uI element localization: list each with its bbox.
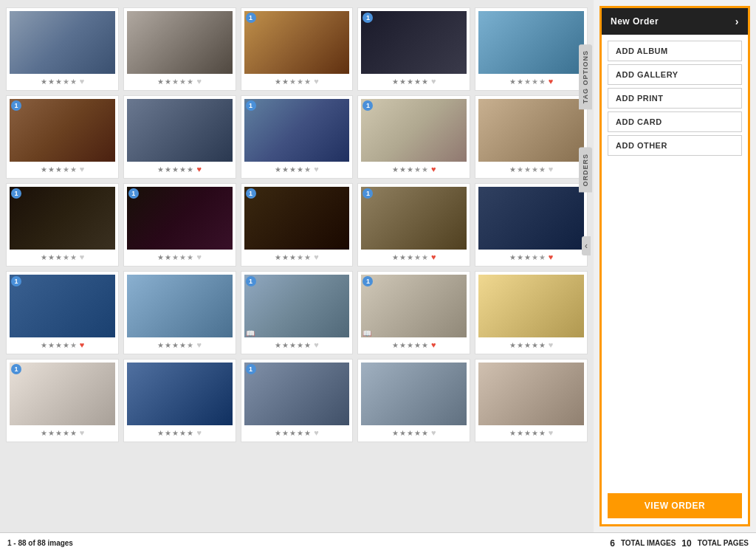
orders-tab[interactable]: ORDERS [579, 148, 592, 193]
star-icon[interactable]: ★ [289, 165, 296, 174]
star-icon[interactable]: ★ [187, 429, 193, 437]
star-icon[interactable]: ★ [532, 253, 538, 261]
photo-card[interactable]: 1📖★★★★★♥ [357, 271, 470, 354]
star-icon[interactable]: ★ [41, 253, 47, 261]
star-icon[interactable]: ★ [165, 253, 171, 261]
star-icon[interactable]: ★ [539, 165, 546, 174]
star-icon[interactable]: ★ [172, 78, 179, 86]
star-icon[interactable]: ★ [407, 429, 413, 437]
star-icon[interactable]: ★ [63, 429, 69, 437]
star-icon[interactable]: ★ [399, 429, 406, 437]
star-icon[interactable]: ★ [63, 78, 69, 86]
star-icon[interactable]: ★ [275, 341, 281, 349]
star-icon[interactable]: ★ [392, 253, 399, 261]
star-icon[interactable]: ★ [414, 165, 421, 174]
heart-icon[interactable]: ♥ [431, 428, 436, 437]
photo-card[interactable]: ★★★★★♥ [357, 359, 470, 442]
star-icon[interactable]: ★ [532, 429, 538, 437]
star-icon[interactable]: ★ [422, 165, 428, 174]
heart-icon[interactable]: ♥ [80, 165, 85, 174]
star-icon[interactable]: ★ [304, 78, 311, 86]
star-icon[interactable]: ★ [407, 341, 413, 349]
heart-icon[interactable]: ♥ [80, 253, 85, 261]
photo-card[interactable]: 1★★★★★♥ [241, 95, 354, 179]
heart-icon[interactable]: ♥ [314, 340, 319, 349]
heart-icon[interactable]: ♥ [196, 253, 202, 261]
star-icon[interactable]: ★ [289, 253, 296, 261]
star-icon[interactable]: ★ [48, 165, 55, 174]
star-icon[interactable]: ★ [172, 341, 179, 349]
heart-icon[interactable]: ♥ [196, 165, 202, 174]
heart-icon[interactable]: ♥ [196, 340, 202, 349]
add-print-button[interactable]: ADD PRINT [608, 88, 742, 109]
star-icon[interactable]: ★ [297, 341, 303, 349]
star-icon[interactable]: ★ [517, 341, 523, 349]
star-icon[interactable]: ★ [407, 78, 413, 86]
star-icon[interactable]: ★ [289, 429, 296, 437]
photo-card[interactable]: ★★★★★♥ [123, 7, 236, 91]
new-order-button[interactable]: New Order › [602, 8, 748, 35]
heart-icon[interactable]: ♥ [314, 165, 319, 174]
star-icon[interactable]: ★ [55, 429, 62, 437]
photo-grid-area[interactable]: ★★★★★♥★★★★★♥1★★★★★♥1★★★★★♥★★★★★♥1★★★★★♥★… [0, 0, 594, 532]
star-icon[interactable]: ★ [414, 253, 421, 261]
add-other-button[interactable]: ADD OTHER [608, 135, 742, 156]
star-icon[interactable]: ★ [172, 429, 179, 437]
star-icon[interactable]: ★ [282, 78, 289, 86]
star-icon[interactable]: ★ [524, 341, 531, 349]
star-icon[interactable]: ★ [282, 429, 289, 437]
star-icon[interactable]: ★ [63, 165, 69, 174]
star-icon[interactable]: ★ [304, 341, 311, 349]
star-icon[interactable]: ★ [41, 78, 47, 86]
heart-icon[interactable]: ♥ [80, 340, 85, 349]
star-icon[interactable]: ★ [304, 165, 311, 174]
star-icon[interactable]: ★ [524, 78, 531, 86]
star-icon[interactable]: ★ [392, 429, 399, 437]
star-icon[interactable]: ★ [70, 78, 77, 86]
heart-icon[interactable]: ♥ [549, 428, 554, 437]
star-icon[interactable]: ★ [399, 253, 406, 261]
star-icon[interactable]: ★ [48, 341, 55, 349]
heart-icon[interactable]: ♥ [431, 253, 436, 261]
heart-icon[interactable]: ♥ [549, 165, 554, 174]
heart-icon[interactable]: ♥ [549, 77, 554, 86]
star-icon[interactable]: ★ [157, 165, 164, 174]
add-card-button[interactable]: ADD CARD [608, 111, 742, 132]
star-icon[interactable]: ★ [165, 429, 171, 437]
heart-icon[interactable]: ♥ [80, 428, 85, 437]
star-icon[interactable]: ★ [414, 429, 421, 437]
star-icon[interactable]: ★ [41, 165, 47, 174]
heart-icon[interactable]: ♥ [314, 253, 319, 261]
star-icon[interactable]: ★ [48, 429, 55, 437]
heart-icon[interactable]: ♥ [431, 340, 436, 349]
heart-icon[interactable]: ♥ [549, 340, 554, 349]
star-icon[interactable]: ★ [187, 341, 193, 349]
star-icon[interactable]: ★ [517, 429, 523, 437]
star-icon[interactable]: ★ [48, 253, 55, 261]
star-icon[interactable]: ★ [297, 429, 303, 437]
star-icon[interactable]: ★ [275, 165, 281, 174]
heart-icon[interactable]: ♥ [431, 77, 436, 86]
collapse-arrow[interactable]: ‹ [582, 236, 591, 255]
star-icon[interactable]: ★ [70, 429, 77, 437]
star-icon[interactable]: ★ [392, 165, 399, 174]
star-icon[interactable]: ★ [539, 253, 546, 261]
star-icon[interactable]: ★ [297, 253, 303, 261]
photo-card[interactable]: 1★★★★★♥ [6, 183, 119, 267]
photo-card[interactable]: 1★★★★★♥ [241, 183, 354, 267]
star-icon[interactable]: ★ [70, 341, 77, 349]
star-icon[interactable]: ★ [399, 165, 406, 174]
star-icon[interactable]: ★ [524, 253, 531, 261]
star-icon[interactable]: ★ [187, 165, 193, 174]
star-icon[interactable]: ★ [399, 341, 406, 349]
photo-card[interactable]: 1★★★★★♥ [6, 271, 119, 354]
star-icon[interactable]: ★ [179, 341, 186, 349]
photo-card[interactable]: ★★★★★♥ [475, 271, 588, 354]
photo-card[interactable]: 1★★★★★♥ [123, 183, 236, 267]
star-icon[interactable]: ★ [509, 78, 516, 86]
star-icon[interactable]: ★ [157, 341, 164, 349]
star-icon[interactable]: ★ [414, 78, 421, 86]
heart-icon[interactable]: ♥ [80, 77, 85, 86]
heart-icon[interactable]: ♥ [196, 77, 202, 86]
star-icon[interactable]: ★ [157, 429, 164, 437]
